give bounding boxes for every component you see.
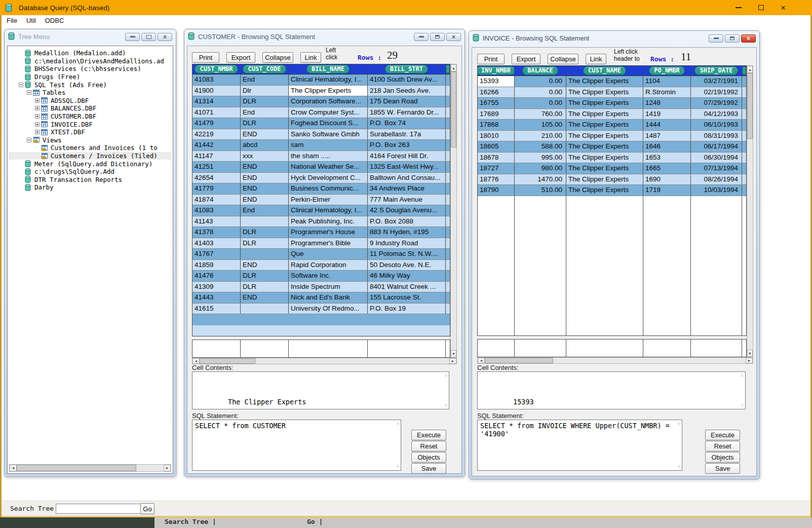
customer-close-button[interactable]: × bbox=[446, 33, 461, 41]
customer-vertical-scrollbar[interactable]: ▲▼ bbox=[450, 64, 457, 358]
table-cell[interactable]: End bbox=[241, 74, 289, 85]
table-cell[interactable]: 155 Lacrosse St. bbox=[368, 292, 446, 303]
table-cell[interactable]: the sham ..... bbox=[289, 151, 368, 162]
invoice-restore-button[interactable] bbox=[725, 34, 740, 43]
sql-statement-box[interactable]: SELECT * from INVOICE WHERE Upper(CUST_N… bbox=[477, 420, 682, 471]
table-cell[interactable]: 18010 bbox=[478, 131, 515, 141]
tree-maximize-button[interactable] bbox=[141, 33, 156, 41]
menu-item-file[interactable]: File bbox=[2, 16, 22, 25]
table-cell[interactable]: Dlr bbox=[241, 86, 289, 96]
table-cell[interactable]: 1444 bbox=[643, 120, 691, 130]
scroll-up-chevron[interactable]: ∧ bbox=[741, 373, 744, 378]
table-cell[interactable]: End bbox=[241, 107, 289, 118]
table-cell[interactable]: 34 Andrews Place bbox=[368, 183, 446, 194]
table-cell[interactable]: 18678 bbox=[478, 153, 515, 163]
scroll-up-chevron[interactable]: ∧ bbox=[397, 422, 399, 426]
table-cell[interactable]: 41443 bbox=[192, 292, 241, 303]
table-cell[interactable]: 11 Potomac St. N.W.... bbox=[368, 249, 446, 259]
customer-horizontal-scrollbar[interactable]: ◄► bbox=[192, 358, 457, 364]
table-cell[interactable]: The Clipper Experts bbox=[566, 131, 643, 141]
table-cell[interactable]: END bbox=[241, 195, 289, 205]
table-cell[interactable]: 510.00 bbox=[515, 185, 566, 196]
table-cell[interactable]: 41900 bbox=[192, 86, 241, 96]
table-cell[interactable]: 1719 bbox=[643, 185, 691, 196]
table-cell[interactable]: 4164 Forest Hill Dr. bbox=[368, 151, 446, 162]
scroll-down-arrow[interactable]: ▼ bbox=[747, 350, 753, 357]
table-cell[interactable]: 41143 bbox=[192, 216, 241, 227]
tree-item[interactable]: DTR Transaction Reports bbox=[9, 176, 172, 184]
reset-button[interactable]: Reset bbox=[411, 441, 446, 451]
table-cell[interactable]: 06/17/1994 bbox=[691, 141, 742, 152]
collapse-button[interactable]: Collapse bbox=[262, 52, 293, 63]
footer-cell[interactable] bbox=[566, 340, 643, 357]
table-cell[interactable]: 41309 bbox=[192, 282, 241, 292]
go-button[interactable]: Go bbox=[140, 503, 154, 514]
table-cell[interactable] bbox=[241, 216, 289, 227]
table-cell[interactable]: 07/13/1994 bbox=[691, 163, 742, 174]
table-cell[interactable]: Foghead Discount S... bbox=[289, 118, 368, 129]
export-button[interactable]: Export bbox=[226, 52, 255, 63]
table-cell[interactable]: R.Stromin bbox=[643, 87, 691, 98]
tree-item[interactable]: +CUSTOMER.DBF bbox=[9, 112, 172, 121]
menu-item-util[interactable]: Util bbox=[22, 16, 41, 25]
table-cell[interactable]: DLR bbox=[241, 282, 289, 292]
scroll-down-chevron[interactable]: ∨ bbox=[445, 403, 447, 407]
table-cell[interactable]: Inside Spectrum bbox=[289, 282, 368, 292]
table-cell[interactable]: DLR bbox=[241, 118, 289, 129]
tree-window-titlebar[interactable]: Tree Menu × bbox=[5, 29, 176, 44]
execute-button[interactable]: Execute bbox=[411, 430, 446, 440]
table-cell[interactable]: The Clipper Experts bbox=[566, 141, 643, 152]
table-cell[interactable]: 04/12/1993 bbox=[691, 109, 742, 120]
table-cell[interactable]: 0.00 bbox=[515, 98, 566, 108]
customer-minimize-button[interactable] bbox=[414, 33, 429, 41]
table-cell[interactable]: 41859 bbox=[192, 260, 241, 271]
scroll-up-chevron[interactable]: ∧ bbox=[678, 422, 680, 426]
table-cell[interactable]: 1248 bbox=[643, 98, 691, 108]
table-cell[interactable]: P.O. Box 263 bbox=[368, 140, 446, 150]
tree-item[interactable]: Medallion (Medalion.add) bbox=[9, 49, 172, 57]
tree-item[interactable]: −Views bbox=[9, 136, 172, 144]
table-cell[interactable]: DLR bbox=[241, 238, 289, 249]
invoice-column-header-ship_date[interactable]: SHIP_DATE bbox=[694, 66, 738, 75]
table-cell[interactable]: sam bbox=[289, 140, 368, 150]
table-cell[interactable]: 41083 bbox=[192, 74, 241, 85]
table-cell[interactable]: The Clipper Experts bbox=[566, 76, 643, 87]
table-cell[interactable]: 1419 bbox=[643, 109, 691, 120]
menu-item-odbc[interactable]: ODBC bbox=[41, 16, 69, 25]
table-cell[interactable]: 41071 bbox=[192, 107, 241, 118]
scroll-thumb[interactable] bbox=[200, 358, 255, 364]
scroll-up-chevron[interactable]: ∧ bbox=[445, 373, 447, 378]
tree-close-button[interactable]: × bbox=[158, 33, 172, 41]
cell-contents-box[interactable]: ∧ ∨ The Clipper Experts bbox=[192, 371, 449, 409]
table-cell[interactable]: Perkin-Elmer bbox=[289, 195, 368, 205]
table-cell[interactable]: Hyck Development C... bbox=[289, 173, 368, 183]
tree-item[interactable]: c:\medalion\DrivesAndMedallions.ad bbox=[9, 57, 172, 65]
table-cell[interactable]: Programmer's House bbox=[289, 227, 368, 238]
reset-button[interactable]: Reset bbox=[705, 441, 740, 451]
tree-item[interactable]: Drugs (Free) bbox=[9, 73, 172, 81]
sql-statement-box[interactable]: SELECT * from CUSTOMER ∧ ∨ bbox=[192, 420, 401, 471]
table-cell[interactable]: The Clipper Experts bbox=[566, 185, 643, 196]
table-cell[interactable]: 42219 bbox=[192, 129, 241, 140]
table-cell[interactable]: Business Communic... bbox=[289, 183, 368, 194]
table-cell[interactable]: END bbox=[241, 292, 289, 303]
scroll-down-chevron[interactable]: ∨ bbox=[741, 403, 744, 407]
customer-window-titlebar[interactable]: CUSTOMER - Browsing SQL Statement × bbox=[184, 29, 465, 44]
print-button[interactable]: Print bbox=[192, 52, 219, 63]
table-cell[interactable]: Surabellastr. 17a bbox=[368, 129, 446, 140]
invoice-horizontal-scrollbar[interactable]: ◄► bbox=[477, 357, 753, 364]
table-cell[interactable]: 10/03/1994 bbox=[691, 185, 742, 196]
scroll-down-chevron[interactable]: ∨ bbox=[397, 464, 399, 469]
table-cell[interactable]: END bbox=[241, 162, 289, 172]
footer-cell[interactable] bbox=[192, 340, 241, 357]
table-cell[interactable]: 980.00 bbox=[515, 163, 566, 174]
scroll-thumb[interactable] bbox=[17, 465, 136, 471]
table-cell[interactable]: The Clipper Experts bbox=[566, 163, 643, 174]
table-cell[interactable]: The Clipper Experts bbox=[566, 98, 643, 108]
tree-item[interactable]: +ADSSQL.DBF bbox=[9, 97, 172, 105]
scroll-down-chevron[interactable]: ∨ bbox=[678, 464, 680, 469]
table-cell[interactable]: Clinical Hematology, I... bbox=[289, 205, 368, 216]
table-cell[interactable]: 18605 bbox=[478, 141, 515, 152]
tree-expander-minus-icon[interactable]: − bbox=[19, 83, 23, 87]
customer-column-header-bill_strt[interactable]: BILL_STRT bbox=[385, 65, 428, 73]
